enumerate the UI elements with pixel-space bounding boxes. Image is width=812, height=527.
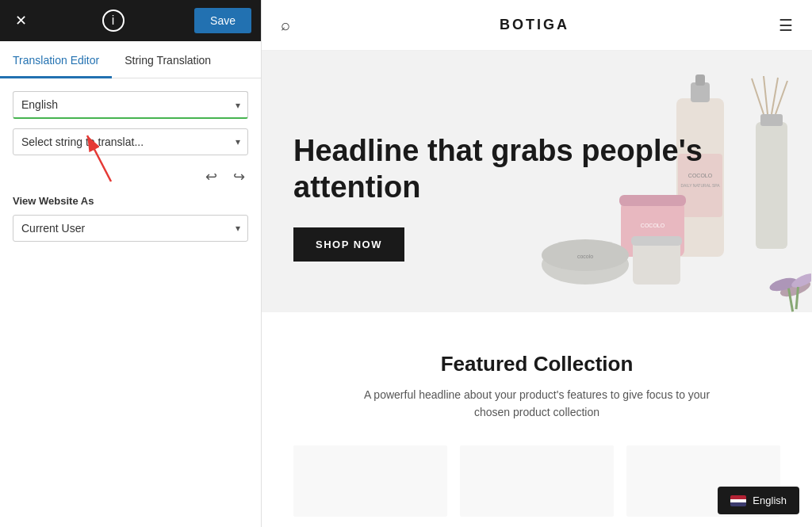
redo-button[interactable]: ↪: [230, 165, 248, 189]
featured-subtitle: A powerful headline about your product's…: [347, 386, 727, 422]
current-user-select[interactable]: Current User Administrator Guest: [13, 215, 248, 242]
featured-title: Featured Collection: [293, 352, 780, 376]
right-panel: ⌕ BOTIGA ☰ Headline that grabs people's …: [262, 0, 812, 527]
site-nav: ⌕ BOTIGA ☰: [262, 0, 812, 51]
save-button[interactable]: Save: [194, 8, 251, 33]
left-panel: ✕ i Save Translation Editor String Trans…: [0, 0, 262, 527]
tab-translation-editor[interactable]: Translation Editor: [0, 41, 112, 78]
undo-redo-bar: ↩ ↪: [13, 165, 248, 189]
string-select[interactable]: Select string to translat...: [13, 128, 248, 155]
hero-text: Headline that grabs people's attention S…: [293, 133, 780, 262]
language-select[interactable]: English Spanish French German: [13, 91, 248, 119]
menu-icon[interactable]: ☰: [779, 16, 793, 35]
current-user-select-wrapper: Current User Administrator Guest ▾: [13, 215, 248, 242]
hero-section: Headline that grabs people's attention S…: [262, 51, 812, 312]
language-label: English: [753, 495, 787, 506]
search-icon[interactable]: ⌕: [281, 16, 290, 34]
svg-line-7: [776, 81, 787, 114]
toolbar: ✕ i Save: [0, 0, 261, 41]
tabs-bar: Translation Editor String Translation: [0, 41, 261, 78]
tab-string-translation[interactable]: String Translation: [112, 41, 224, 78]
string-select-wrapper: Select string to translat... ▾: [13, 128, 248, 155]
view-website-as-label: View Website As: [13, 195, 248, 207]
product-card-2: [460, 445, 614, 517]
language-button[interactable]: English: [718, 487, 799, 514]
info-button[interactable]: i: [102, 10, 124, 32]
product-cards: [293, 445, 780, 517]
hero-headline: Headline that grabs people's attention: [293, 133, 780, 205]
panel-content: English Spanish French German ▾ Select s…: [0, 78, 261, 527]
svg-rect-10: [695, 74, 705, 86]
svg-line-4: [752, 78, 764, 114]
svg-rect-3: [760, 114, 783, 126]
language-select-wrapper: English Spanish French German ▾: [13, 91, 248, 119]
flag-icon: [730, 495, 746, 506]
close-button[interactable]: ✕: [10, 10, 32, 32]
svg-line-5: [764, 76, 768, 114]
site-logo: BOTIGA: [500, 17, 569, 33]
undo-button[interactable]: ↩: [202, 165, 220, 189]
hero-cta-button[interactable]: SHOP NOW: [293, 227, 404, 262]
product-card-1: [293, 445, 447, 517]
